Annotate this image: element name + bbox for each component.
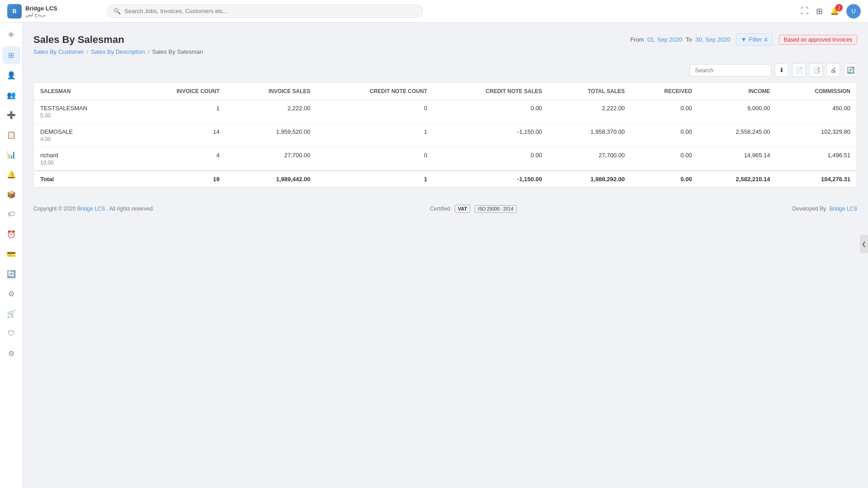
table-totals-row: Total 19 1,989,442.00 1 -1,150.00 1,988,… <box>34 171 857 187</box>
breadcrumb-link-description[interactable]: Sales By Description <box>91 48 145 55</box>
cell-received-2: 0.00 <box>631 124 698 147</box>
app-name: Bridge LCS <box>25 5 57 12</box>
table-row[interactable]: DEMOSALE 4.00 14 1,959,520.00 1 -1,150.0… <box>34 124 857 147</box>
logo-area[interactable]: B Bridge LCS بريدج لس <box>7 4 98 19</box>
cell-invoice-sales-1: 2,222.00 <box>226 100 317 124</box>
cell-total-sales-3: 27,700.00 <box>548 147 631 171</box>
table-row[interactable]: TESTSALESMAN 5.00 1 2,222.00 0 0.00 2,22… <box>34 100 857 124</box>
refresh-button[interactable]: 🔄 <box>844 63 857 77</box>
table-toolbar: ⬇ 📄 📑 🖨 🔄 <box>33 63 857 77</box>
search-icon: 🔍 <box>113 8 121 14</box>
footer-developer-link[interactable]: Bridge LCS <box>830 206 857 212</box>
breadcrumb-sep-1: / <box>86 48 88 55</box>
export-csv-button[interactable]: 📄 <box>792 63 806 77</box>
app-arabic: بريدج لس <box>25 12 57 18</box>
sidebar-item-add-user[interactable]: ➕ <box>2 106 20 124</box>
sidebar-item-box[interactable]: 📦 <box>2 185 20 203</box>
col-salesman: SALESMAN <box>34 83 133 100</box>
footer-company-link[interactable]: Bridge LCS <box>77 206 105 212</box>
page-header: Sales By Salesman From 01, Sep 2020 To 3… <box>33 33 857 46</box>
table-header-row: SALESMAN INVOICE COUNT INVOICE SALES CRE… <box>34 83 857 100</box>
cell-credit-note-sales-1: 0.00 <box>434 100 548 124</box>
cell-commission-3: 1,496.51 <box>776 147 857 171</box>
grid-icon[interactable]: ⊞ <box>816 6 823 16</box>
notification-badge: 2 <box>835 4 843 11</box>
print-button[interactable]: 🖨 <box>826 63 840 77</box>
sidebar-item-chart[interactable]: 📊 <box>2 145 20 164</box>
totals-invoice-count: 19 <box>133 171 226 187</box>
cell-credit-note-count-3: 0 <box>317 147 434 171</box>
right-panel-toggle[interactable]: ❮ <box>860 235 868 253</box>
sales-table: SALESMAN INVOICE COUNT INVOICE SALES CRE… <box>34 83 857 187</box>
vat-badge: VAT <box>455 205 470 213</box>
cell-income-1: 9,000.00 <box>698 100 777 124</box>
sidebar-item-user[interactable]: 👤 <box>2 66 20 84</box>
toolbar-right: ⬇ 📄 📑 🖨 🔄 <box>690 63 857 77</box>
main-content: Sales By Salesman From 01, Sep 2020 To 3… <box>23 23 868 488</box>
notification-icon[interactable]: 🔔 2 <box>830 7 839 15</box>
breadcrumb-current: Sales By Salesman <box>152 48 203 55</box>
sales-table-container: SALESMAN INVOICE COUNT INVOICE SALES CRE… <box>33 82 857 188</box>
sidebar-item-invoice[interactable]: 📋 <box>2 126 20 144</box>
xls-icon: ⬇ <box>779 66 784 74</box>
approved-invoices-badge: Based on approved Invoices <box>779 35 857 45</box>
totals-invoice-sales: 1,989,442.00 <box>226 171 317 187</box>
table-row[interactable]: richard 10.00 4 27,700.00 0 0.00 27,700.… <box>34 147 857 171</box>
cell-salesman-3: richard 10.00 <box>34 147 133 171</box>
totals-credit-note-sales: -1,150.00 <box>434 171 548 187</box>
search-input[interactable] <box>124 8 416 14</box>
sidebar-item-users[interactable]: 👥 <box>2 86 20 104</box>
sidebar-item-card[interactable]: 💳 <box>2 245 20 263</box>
cell-received-1: 0.00 <box>631 100 698 124</box>
user-avatar[interactable]: U <box>846 4 861 19</box>
totals-commission: 104,276.31 <box>776 171 857 187</box>
cell-invoice-count-3: 4 <box>133 147 226 171</box>
sidebar-item-cart[interactable]: 🛒 <box>2 305 20 323</box>
date-from: 01, Sep 2020 <box>647 36 682 43</box>
cell-credit-note-count-1: 0 <box>317 100 434 124</box>
date-range: From 01, Sep 2020 To 30, Sep 2020 <box>630 36 731 43</box>
cell-invoice-sales-2: 1,959,520.00 <box>226 124 317 147</box>
cell-invoice-sales-3: 27,700.00 <box>226 147 317 171</box>
refresh-icon: 🔄 <box>847 66 854 74</box>
certified-label: Certified <box>430 206 450 212</box>
sidebar: 👁 ⊞ 👤 👥 ➕ 📋 📊 🔔 📦 🏷 ⏰ 💳 🔄 ⚙ 🛒 🛡 ⚙ <box>0 23 23 488</box>
cell-commission-1: 450.00 <box>776 100 857 124</box>
footer-copyright: Copyright © 2020 Bridge LCS . All rights… <box>33 206 154 212</box>
global-search-bar[interactable]: 🔍 <box>107 5 423 18</box>
sidebar-item-shield[interactable]: 🛡 <box>2 324 20 343</box>
fullscreen-icon[interactable]: ⛶ <box>801 6 809 16</box>
sidebar-item-eye[interactable]: 👁 <box>2 26 20 44</box>
to-label: To <box>686 36 692 43</box>
totals-received: 0.00 <box>631 171 698 187</box>
from-label: From <box>630 36 644 43</box>
cell-received-3: 0.00 <box>631 147 698 171</box>
sidebar-item-tag[interactable]: 🏷 <box>2 205 20 223</box>
logo-icon: B <box>7 4 22 19</box>
filter-button[interactable]: ▼ Filter 4 <box>736 33 773 46</box>
export-xls-button[interactable]: ⬇ <box>775 63 788 77</box>
cell-credit-note-sales-3: 0.00 <box>434 147 548 171</box>
totals-total-sales: 1,988,292.00 <box>548 171 631 187</box>
footer-certifications: Certified VAT ISO 25000 : 2014 <box>430 205 516 213</box>
col-invoice-sales: INVOICE SALES <box>226 83 317 100</box>
sidebar-item-gear[interactable]: ⚙ <box>2 344 20 362</box>
footer-developer: Developed By Bridge LCS <box>793 206 857 212</box>
sidebar-item-refresh[interactable]: 🔄 <box>2 265 20 283</box>
sidebar-item-dashboard[interactable]: ⊞ <box>2 46 20 64</box>
breadcrumb: Sales By Customer / Sales By Description… <box>33 48 857 55</box>
col-invoice-count: INVOICE COUNT <box>133 83 226 100</box>
footer-rights: . All rights reserved. <box>107 206 154 212</box>
sidebar-item-clock[interactable]: ⏰ <box>2 225 20 243</box>
col-credit-note-sales: CREDIT NOTE SALES <box>434 83 548 100</box>
sidebar-item-alert[interactable]: 🔔 <box>2 165 20 183</box>
breadcrumb-link-customer[interactable]: Sales By Customer <box>33 48 84 55</box>
col-credit-note-count: CREDIT NOTE COUNT <box>317 83 434 100</box>
sidebar-item-settings2[interactable]: ⚙ <box>2 285 20 303</box>
export-pdf-button[interactable]: 📑 <box>809 63 823 77</box>
col-received: RECEIVED <box>631 83 698 100</box>
page-title: Sales By Salesman <box>33 34 124 46</box>
cell-income-2: 2,558,245.00 <box>698 124 777 147</box>
table-search-input[interactable] <box>690 64 771 76</box>
col-income: INCOME <box>698 83 777 100</box>
